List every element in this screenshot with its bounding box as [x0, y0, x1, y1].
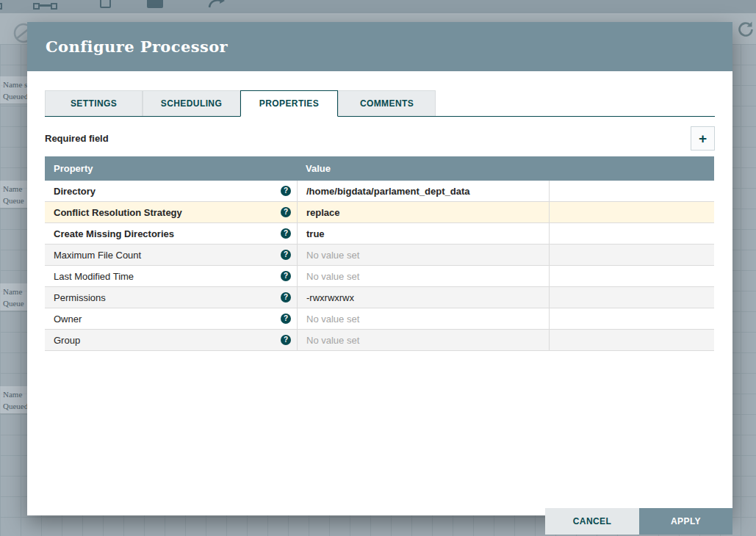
property-name: Permissions — [54, 292, 106, 303]
property-name-cell: Owner? — [45, 308, 297, 329]
property-name: Group — [54, 335, 80, 346]
help-icon[interactable]: ? — [281, 228, 291, 239]
help-icon[interactable]: ? — [281, 207, 291, 217]
curved-arrow-icon — [208, 0, 226, 9]
connection-queued-label: Queued — [3, 400, 27, 412]
properties-table: Property Value Directory?/home/bigdata/p… — [45, 156, 714, 351]
template-tool-icon — [100, 0, 111, 8]
row-spacer — [549, 181, 714, 201]
property-value-cell[interactable]: No value set — [297, 266, 549, 286]
row-spacer — [549, 245, 714, 265]
property-row-last-modified-time[interactable]: Last Modified Time?No value set — [45, 266, 714, 287]
help-icon[interactable]: ? — [281, 335, 291, 345]
table-rows: Directory?/home/bigdata/parlament_dept_d… — [45, 181, 714, 351]
label-tool-icon — [147, 0, 163, 8]
property-value-cell[interactable]: No value set — [297, 308, 549, 329]
table-header: Property Value — [45, 156, 714, 181]
connection-name-label: Name s — [3, 79, 27, 90]
connection-label: Name s Queued — [0, 76, 27, 104]
nifi-toolbar — [0, 0, 756, 13]
help-icon[interactable]: ? — [281, 292, 291, 303]
property-row-directory[interactable]: Directory?/home/bigdata/parlament_dept_d… — [45, 181, 714, 202]
connection-name-label: Name — [3, 183, 27, 195]
row-spacer — [549, 202, 714, 222]
dialog-footer: CANCEL APPLY — [545, 508, 732, 535]
apply-button[interactable]: APPLY — [639, 508, 732, 535]
dialog-header: Configure Processor — [27, 22, 732, 71]
row-spacer — [549, 266, 714, 286]
property-row-conflict-resolution-strategy[interactable]: Conflict Resolution Strategy?replace — [45, 202, 714, 223]
connection-queued-label: Queue — [3, 297, 27, 309]
connection-queued-label: Queue — [3, 195, 27, 206]
property-name: Maximum File Count — [54, 250, 141, 261]
connection-name-label: Name — [3, 388, 27, 400]
property-value-cell[interactable]: No value set — [297, 245, 549, 265]
property-name: Last Modified Time — [54, 271, 134, 282]
property-name-cell: Last Modified Time? — [45, 266, 297, 286]
property-name-cell: Directory? — [45, 181, 297, 201]
property-name-cell: Conflict Resolution Strategy? — [45, 202, 297, 222]
property-value-cell[interactable]: true — [297, 223, 549, 244]
connection-label: Name Queue — [0, 181, 27, 209]
property-name-cell: Permissions? — [45, 287, 297, 308]
connection-label: Name Queued — [0, 386, 27, 414]
connection-name-label: Name — [3, 286, 27, 297]
property-name: Conflict Resolution Strategy — [54, 207, 182, 218]
column-header-property: Property — [45, 163, 297, 174]
row-spacer — [549, 287, 714, 308]
property-name: Create Missing Directories — [54, 228, 174, 239]
connection-label: Name Queue — [0, 283, 27, 311]
help-icon[interactable]: ? — [281, 314, 291, 324]
property-value-cell[interactable]: replace — [297, 202, 549, 222]
configure-processor-dialog: Configure Processor SETTINGS SCHEDULING … — [27, 22, 732, 515]
add-property-button[interactable]: + — [691, 126, 715, 151]
dialog-title: Configure Processor — [46, 37, 228, 56]
dialog-body: SETTINGS SCHEDULING PROPERTIES COMMENTS … — [27, 90, 732, 535]
property-row-owner[interactable]: Owner?No value set — [45, 308, 714, 330]
tab-scheduling[interactable]: SCHEDULING — [143, 90, 240, 116]
connection-queued-label: Queued — [3, 90, 27, 102]
property-row-maximum-file-count[interactable]: Maximum File Count?No value set — [45, 245, 714, 266]
property-name-cell: Create Missing Directories? — [45, 223, 297, 244]
row-spacer — [549, 308, 714, 329]
column-header-value: Value — [297, 163, 549, 174]
property-name: Owner — [54, 314, 82, 325]
property-row-permissions[interactable]: Permissions?-rwxrwxrwx — [45, 287, 714, 308]
help-icon[interactable]: ? — [281, 250, 291, 260]
help-icon[interactable]: ? — [281, 186, 291, 196]
processor-tool-icon — [0, 0, 2, 12]
tab-properties[interactable]: PROPERTIES — [240, 90, 338, 117]
row-spacer — [549, 223, 714, 244]
connection-tool-icon — [33, 0, 57, 12]
tab-bar: SETTINGS SCHEDULING PROPERTIES COMMENTS — [45, 90, 715, 117]
required-field-row: Required field + — [45, 126, 715, 151]
property-value-cell[interactable]: /home/bigdata/parlament_dept_data — [297, 181, 549, 201]
property-name-cell: Group? — [45, 330, 297, 350]
required-field-label: Required field — [45, 133, 109, 144]
tab-comments[interactable]: COMMENTS — [338, 90, 436, 116]
help-icon[interactable]: ? — [281, 271, 291, 281]
property-row-create-missing-directories[interactable]: Create Missing Directories?true — [45, 223, 714, 245]
property-row-group[interactable]: Group?No value set — [45, 330, 714, 351]
refresh-icon[interactable] — [737, 21, 755, 38]
cancel-button[interactable]: CANCEL — [545, 508, 639, 535]
property-name-cell: Maximum File Count? — [45, 245, 297, 265]
property-value-cell[interactable]: No value set — [297, 330, 549, 350]
row-spacer — [549, 330, 714, 350]
property-name: Directory — [54, 186, 96, 197]
nifi-app: Name s Queued Name Queue Name Queue Name… — [0, 0, 756, 536]
tab-settings[interactable]: SETTINGS — [45, 90, 143, 116]
property-value-cell[interactable]: -rwxrwxrwx — [297, 287, 549, 308]
